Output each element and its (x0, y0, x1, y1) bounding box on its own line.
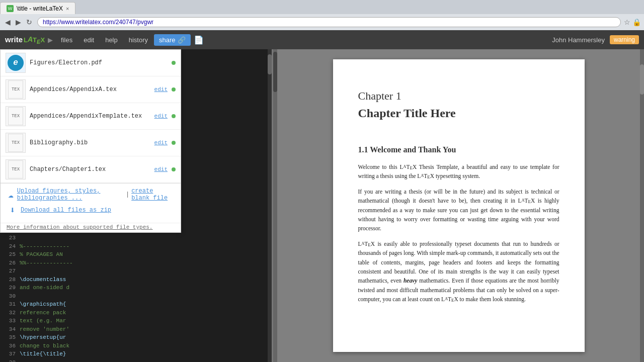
line-number: 26 (3, 259, 16, 267)
file-edit-link[interactable]: edit (154, 113, 168, 119)
line-text: remove 'number' (20, 325, 69, 334)
file-thumbnail: TEX (6, 106, 26, 126)
file-status-dot (172, 61, 176, 65)
editor-line: 27 (0, 267, 272, 276)
nav-edit[interactable]: edit (78, 34, 99, 46)
editor-line: 36change to black (0, 342, 272, 350)
line-number: 24 (3, 242, 16, 251)
editor-line: 26%%-------------- (0, 259, 272, 267)
line-number: 35 (3, 333, 16, 342)
share-button[interactable]: share 🔗 (154, 34, 191, 46)
line-number: 36 (3, 342, 16, 350)
download-icon: ⬇ (7, 205, 19, 216)
create-blank-link[interactable]: create blank file (131, 188, 175, 202)
pdf-icon[interactable]: 📄 (194, 35, 204, 45)
pdf-scrollbar-left-thumb[interactable] (273, 52, 277, 92)
user-name: John Hammersley (552, 36, 605, 44)
upload-icon: ☁ (7, 189, 15, 200)
file-list-item[interactable]: TEXBibliography.bibedit (1, 130, 181, 156)
forward-button[interactable]: ▶ (14, 17, 23, 27)
pdf-paragraph-1: Welcome to this LATEX Thesis Template, a… (358, 162, 559, 181)
line-text: %%-------------- (20, 259, 73, 267)
file-thumbnail: TEX (6, 133, 26, 153)
nav-history[interactable]: history (124, 34, 153, 46)
browser-right-icons: ☆ 🔒 (624, 18, 641, 26)
tab-close-button[interactable]: × (66, 6, 69, 12)
writelatex-logo: writeLATEX (5, 35, 45, 45)
editor-line: 35\hypersetup{ur (0, 333, 272, 342)
line-text: \graphicspath{ (20, 300, 66, 309)
editor-line: 37\title{\title} (0, 350, 272, 358)
line-number: 37 (3, 350, 16, 358)
nav-buttons: ◀ ▶ ↻ (3, 17, 34, 27)
line-text: % PACKAGES AN (20, 250, 63, 259)
warning-badge[interactable]: warning (610, 35, 639, 44)
action-separator: | (126, 191, 129, 198)
logo-write-text: write (5, 35, 23, 44)
editor-line: 28\documentclass (0, 276, 272, 284)
line-text: change to black (20, 342, 69, 350)
pdf-paragraph-3: LATEX is easily able to professionally t… (358, 239, 559, 304)
pdf-scrollbar-left[interactable] (273, 49, 277, 362)
editor-line: 23 (0, 234, 272, 242)
line-number: 31 (3, 300, 16, 309)
back-button[interactable]: ◀ (3, 17, 13, 27)
pdf-section: 1.1 Welcome and Thank You (358, 145, 559, 154)
file-list-item[interactable]: TEXAppendices/AppendixA.texedit (1, 76, 181, 103)
line-number: 23 (3, 234, 16, 242)
app-header: writeLATEX ▶ files edit help history sha… (0, 30, 644, 49)
line-number: 38 (3, 358, 16, 363)
file-status-dot (172, 87, 176, 92)
file-list-item[interactable]: TEXChapters/Chapter1.texedit (1, 156, 181, 183)
file-thumbnail: TEX (6, 79, 26, 100)
upload-link[interactable]: Upload figures, styles, bibliographies .… (17, 188, 124, 202)
pdf-scrollbar-right[interactable] (640, 49, 644, 362)
pdf-chapter-num: Chapter 1 (358, 89, 559, 103)
editor-line: 24%-------------- (0, 242, 272, 251)
active-tab[interactable]: W \title - writeLaTeX × (0, 2, 75, 14)
editor-scrollbar-thumb[interactable] (268, 54, 272, 74)
file-status-dot (172, 167, 176, 171)
file-list-item[interactable]: eFigures/Electron.pdf (1, 50, 181, 76)
logo-latex-text: LATEX (24, 35, 45, 45)
logo-arrow: ▶ (48, 36, 53, 44)
pdf-page: Chapter 1 Chapter Title Here 1.1 Welcome… (333, 59, 585, 352)
editor-panel[interactable]: 1%%%%%%%%%%%%%%%%%%%%2% Thesis3% LaTeX T… (0, 49, 272, 362)
editor-line: 34remove 'number' (0, 325, 272, 334)
line-text: and one-sided d (20, 284, 69, 292)
nav-files[interactable]: files (56, 34, 77, 46)
editor-line: 38 (0, 358, 272, 363)
file-edit-link[interactable]: edit (154, 86, 168, 93)
url-bar[interactable]: https://www.writelatex.com/240747/pvgwr (37, 17, 621, 27)
line-number: 33 (3, 317, 16, 325)
pdf-paragraph-2: If you are writing a thesis (or will be … (358, 187, 559, 233)
file-name: Figures/Electron.pdf (30, 59, 168, 66)
file-status-dot (172, 114, 176, 118)
line-text: \hypersetup{ur (20, 333, 66, 342)
editor-line: 33text (e.g. Mar (0, 317, 272, 325)
refresh-button[interactable]: ↻ (24, 17, 34, 27)
editor-line: 29and one-sided d (0, 284, 272, 292)
pdf-chapter-title: Chapter Title Here (358, 107, 559, 120)
nav-help[interactable]: help (100, 34, 123, 46)
bookmark-icon[interactable]: ☆ (624, 18, 630, 26)
download-link[interactable]: Download all files as zip (21, 207, 111, 214)
file-edit-link[interactable]: edit (154, 140, 168, 146)
editor-line: 32reference pack (0, 309, 272, 317)
line-number: 28 (3, 276, 16, 284)
file-edit-link[interactable]: edit (154, 166, 168, 172)
pdf-scrollbar-right-thumb[interactable] (640, 64, 644, 95)
line-text: \title{\title} (20, 350, 66, 358)
file-name: Appendices/AppendixA.tex (30, 86, 150, 93)
main-area: 1%%%%%%%%%%%%%%%%%%%%2% Thesis3% LaTeX T… (0, 49, 644, 362)
upload-row: ☁ Upload figures, styles, bibliographies… (7, 188, 175, 202)
line-text: reference pack (20, 309, 66, 317)
line-number: 30 (3, 292, 16, 301)
file-actions: ☁ Upload figures, styles, bibliographies… (1, 184, 181, 223)
file-list-item[interactable]: TEXAppendices/AppendixTemplate.texedit (1, 103, 181, 130)
pdf-panel: Chapter 1 Chapter Title Here 1.1 Welcome… (273, 49, 644, 362)
editor-scrollbar[interactable] (268, 49, 272, 362)
file-info-link[interactable]: More information about supported file ty… (1, 223, 181, 232)
editor-line: 30 (0, 292, 272, 301)
file-status-dot (172, 141, 176, 145)
